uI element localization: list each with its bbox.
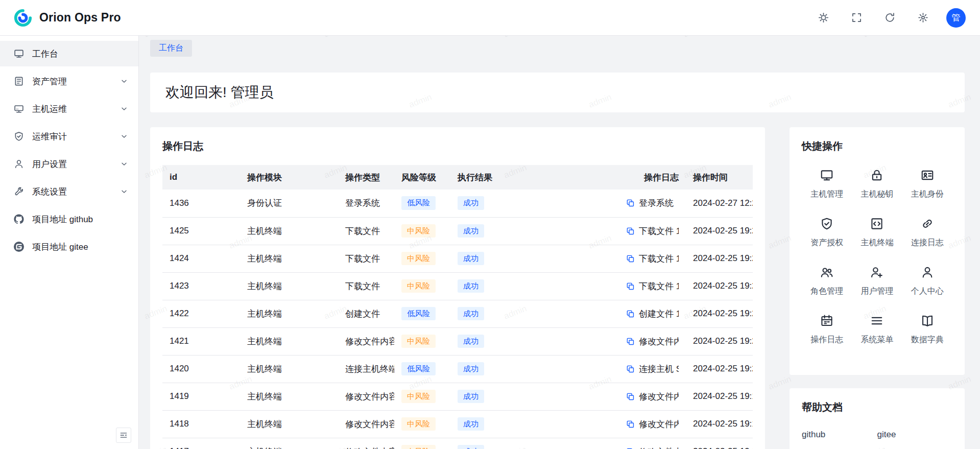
operation-log-card: 操作日志 id操作模块操作类型风险等级执行结果操作日志操作时间 1436 身份认… xyxy=(150,127,765,449)
help-link-gitee[interactable]: gitee xyxy=(877,430,953,440)
quick-action-user-management[interactable]: 用户管理 xyxy=(852,266,902,297)
quick-action-host-terminal[interactable]: 主机终端 xyxy=(852,217,902,248)
cell-type: 修改文件内容 xyxy=(338,410,394,438)
column-header: 操作日志 xyxy=(619,165,686,190)
refresh-button[interactable] xyxy=(880,8,899,28)
cell-time: 2024-02-25 19:28:17 xyxy=(686,217,753,245)
sidebar-item-github[interactable]: 项目地址 github xyxy=(0,206,138,232)
cell-type: 下载文件 xyxy=(338,245,394,272)
copy-icon[interactable] xyxy=(626,392,635,401)
risk-badge: 中风险 xyxy=(401,252,436,266)
cell-result: 成功 xyxy=(450,355,619,383)
cell-module: 主机终端 xyxy=(240,327,338,355)
result-badge: 成功 xyxy=(458,445,484,449)
cell-log: 修改文件内容 101.43.254.243 ... xyxy=(619,383,686,410)
cell-result: 成功 xyxy=(450,245,619,272)
quick-action-asset-authorization[interactable]: 资产授权 xyxy=(802,217,852,248)
quick-action-personal-center[interactable]: 个人中心 xyxy=(902,266,952,297)
quick-action-host-keys[interactable]: 主机秘钥 xyxy=(852,169,902,200)
tabs-bar: 工作台 xyxy=(150,40,965,57)
quick-action-label: 主机终端 xyxy=(861,238,893,248)
cell-result: 成功 xyxy=(450,327,619,355)
quick-action-connection-log[interactable]: 连接日志 xyxy=(902,217,952,248)
quick-action-operation-log[interactable]: 操作日志 xyxy=(802,314,852,345)
operation-log-table: id操作模块操作类型风险等级执行结果操作日志操作时间 1436 身份认证 登录系… xyxy=(162,165,753,449)
cell-type: 连接主机终端 xyxy=(338,355,394,383)
log-text: 创建文件 101.43.254.243 xyxy=(639,308,679,320)
watermark-text: admin xyxy=(862,36,888,40)
sidebar-item-label: 项目地址 github xyxy=(32,214,112,225)
tab-workbench[interactable]: 工作台 xyxy=(150,40,192,57)
copy-icon[interactable] xyxy=(626,337,635,346)
copy-icon[interactable] xyxy=(626,227,635,235)
quick-action-label: 主机身份 xyxy=(911,189,944,200)
quick-action-data-dictionary[interactable]: 数据字典 xyxy=(902,314,952,345)
shield-icon xyxy=(14,131,24,141)
quick-action-host-management[interactable]: 主机管理 xyxy=(802,169,852,200)
monitor-icon xyxy=(14,49,24,59)
column-header: 风险等级 xyxy=(394,165,450,190)
cell-module: 主机终端 xyxy=(240,383,338,410)
brand[interactable]: Orion Ops Pro xyxy=(13,8,121,28)
main-content: 工作台 欢迎回来! 管理员 操作日志 id操作模块操作类型风险等级执行结果操作日… xyxy=(139,36,980,449)
cell-type: 下载文件 xyxy=(338,217,394,245)
help-link-github[interactable]: github xyxy=(802,430,877,440)
copy-icon[interactable] xyxy=(626,447,635,449)
quick-actions-card: 快捷操作 主机管理 主机秘钥 xyxy=(790,127,965,375)
sidebar-item-user-settings[interactable]: 用户设置 xyxy=(0,151,138,177)
sidebar-item-label: 用户设置 xyxy=(32,158,112,170)
cell-time: 2024-02-25 19:25:21 xyxy=(686,272,753,300)
quick-action-system-menu[interactable]: 系统菜单 xyxy=(852,314,902,345)
sidebar-item-label: 运维审计 xyxy=(32,131,112,143)
sidebar-item-asset-management[interactable]: 资产管理 xyxy=(0,68,138,94)
risk-badge: 中风险 xyxy=(401,445,436,449)
watermark-text: admin xyxy=(323,36,348,40)
result-badge: 成功 xyxy=(458,196,484,210)
sidebar-item-gitee[interactable]: 项目地址 gitee xyxy=(0,234,138,259)
cell-log: 登录系统 xyxy=(619,190,686,217)
tools-icon xyxy=(14,186,24,197)
result-badge: 成功 xyxy=(458,224,484,238)
cell-type: 修改文件内容 xyxy=(338,383,394,410)
sidebar-item-operations-audit[interactable]: 运维审计 xyxy=(0,124,138,149)
content-grid: 操作日志 id操作模块操作类型风险等级执行结果操作日志操作时间 1436 身份认… xyxy=(150,127,965,449)
cell-type: 创建文件 xyxy=(338,300,394,327)
quick-action-label: 角色管理 xyxy=(810,286,843,297)
gear-icon xyxy=(918,12,928,23)
copy-icon[interactable] xyxy=(626,199,635,207)
user-add-icon xyxy=(870,266,883,279)
quick-action-label: 系统菜单 xyxy=(861,335,893,345)
quick-action-label: 连接日志 xyxy=(911,238,944,248)
quick-action-role-management[interactable]: 角色管理 xyxy=(802,266,852,297)
cell-type: 登录系统 xyxy=(338,190,394,217)
table-row: 1436 身份认证 登录系统 低风险 成功 登录系统 xyxy=(162,190,753,217)
cell-time: 2024-02-25 19:20:37 xyxy=(686,355,753,383)
top-header: Orion Ops Pro 管 xyxy=(0,0,980,36)
copy-icon[interactable] xyxy=(626,420,635,429)
sidebar-item-host-operations[interactable]: 主机运维 xyxy=(0,96,138,122)
cell-module: 身份认证 xyxy=(240,190,338,217)
cell-time: 2024-02-25 19:19:24 xyxy=(686,438,753,449)
settings-button[interactable] xyxy=(913,8,933,28)
user-avatar[interactable]: 管 xyxy=(946,8,966,28)
header-actions: 管 xyxy=(814,8,966,28)
copy-icon[interactable] xyxy=(626,282,635,291)
quick-action-host-identity[interactable]: 主机身份 xyxy=(902,169,952,200)
sidebar-collapse-button[interactable] xyxy=(116,428,131,443)
theme-toggle-button[interactable] xyxy=(814,8,833,28)
team-icon xyxy=(820,266,833,279)
cell-id: 1417 xyxy=(162,438,240,449)
sidebar-item-system-settings[interactable]: 系统设置 xyxy=(0,179,138,204)
sun-icon xyxy=(818,12,829,23)
host-icon xyxy=(14,104,24,114)
log-card-title: 操作日志 xyxy=(162,139,753,153)
fullscreen-button[interactable] xyxy=(847,8,866,28)
archive-icon xyxy=(14,76,24,86)
cell-risk: 中风险 xyxy=(394,438,450,449)
copy-icon[interactable] xyxy=(626,254,635,263)
chevron-down-icon xyxy=(120,187,128,196)
copy-icon[interactable] xyxy=(626,365,635,373)
sidebar-item-workbench[interactable]: 工作台 xyxy=(0,41,138,66)
table-row: 1423 主机终端 下载文件 中风险 成功 下载文件 101.43.254.24… xyxy=(162,272,753,300)
copy-icon[interactable] xyxy=(626,310,635,318)
